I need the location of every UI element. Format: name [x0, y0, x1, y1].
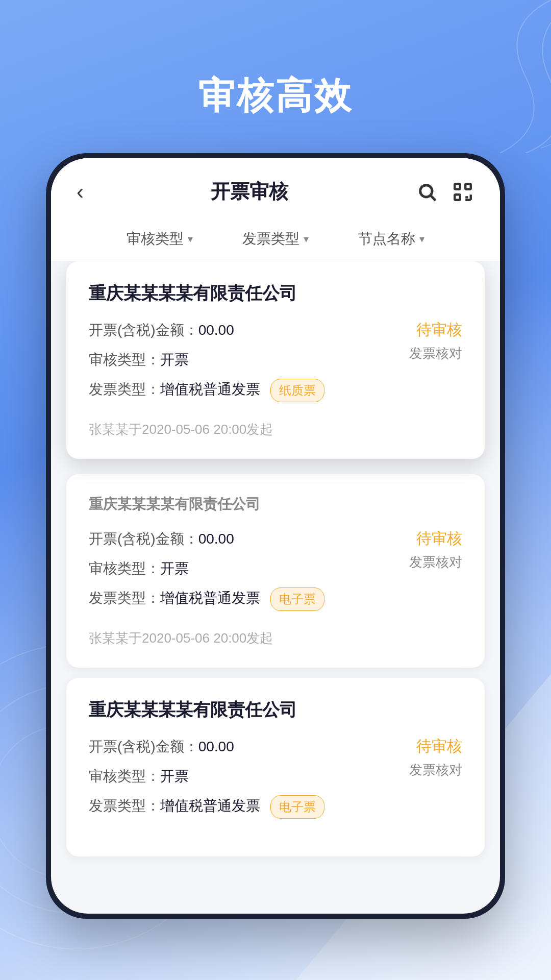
filter-invoice-type[interactable]: 发票类型 ▾: [218, 217, 334, 261]
svg-line-1: [431, 195, 436, 200]
card-3-status: 待审核: [409, 736, 462, 757]
card-2-status-sub: 发票核对: [409, 553, 462, 571]
invoice-card-3[interactable]: 重庆某某某某有限责任公司 开票(含税)金额：00.00 审核类型：开票 发票类型…: [66, 678, 485, 856]
phone-mockup: ‹ 开票审核: [46, 153, 505, 919]
card-3-badge: 电子票: [270, 795, 324, 819]
filter-node-name[interactable]: 节点名称 ▾: [333, 217, 449, 261]
svg-point-0: [420, 185, 432, 197]
invoice-card-1[interactable]: 重庆某某某某有限责任公司 开票(含税)金额：00.00 审核类型：开票 发票类型…: [66, 261, 485, 459]
card-2-left: 开票(含税)金额：00.00 审核类型：开票 发票类型：增值税普通发票 电子票: [89, 528, 409, 619]
card-1-time: 张某某于2020-05-06 20:00发起: [89, 421, 462, 438]
card-1-company: 重庆某某某某有限责任公司: [89, 282, 462, 305]
filter-audit-type-label: 审核类型: [127, 229, 184, 249]
card-2-company: 重庆某某某某有限责任公司: [89, 495, 462, 514]
card-2-invoice-type: 发票类型：增值税普通发票 电子票: [89, 587, 409, 611]
card-3-company: 重庆某某某某有限责任公司: [89, 698, 462, 722]
card-3-status-sub: 发票核对: [409, 761, 462, 779]
filter-audit-arrow: ▾: [188, 233, 193, 245]
svg-rect-4: [455, 194, 460, 200]
card-2-badge: 电子票: [270, 587, 324, 611]
card-1-right: 待审核 发票核对: [409, 320, 462, 362]
search-icon[interactable]: [415, 180, 439, 204]
svg-rect-2: [455, 184, 460, 189]
filter-node-name-label: 节点名称: [358, 229, 415, 249]
card-1-status-sub: 发票核对: [409, 345, 462, 362]
card-1-badge: 纸质票: [270, 379, 324, 402]
scan-icon[interactable]: [451, 180, 474, 204]
back-button[interactable]: ‹: [77, 180, 84, 204]
filter-node-arrow: ▾: [419, 233, 424, 245]
card-3-amount: 开票(含税)金额：00.00: [89, 736, 409, 757]
card-3-right: 待审核 发票核对: [409, 736, 462, 779]
card-1-status: 待审核: [409, 320, 462, 340]
filter-tabs: 审核类型 ▾ 发票类型 ▾ 节点名称 ▾: [77, 217, 474, 261]
scroll-content[interactable]: 重庆某某某某有限责任公司 开票(含税)金额：00.00 审核类型：开票 发票类型…: [51, 261, 500, 914]
page-title: 审核高效: [0, 71, 551, 120]
card-1-audit-type: 审核类型：开票: [89, 349, 409, 371]
app-header: ‹ 开票审核: [51, 158, 500, 261]
card-3-left: 开票(含税)金额：00.00 审核类型：开票 发票类型：增值税普通发票 电子票: [89, 736, 409, 827]
card-2-status: 待审核: [409, 528, 462, 549]
filter-audit-type[interactable]: 审核类型 ▾: [102, 217, 218, 261]
card-1-left: 开票(含税)金额：00.00 审核类型：开票 发票类型：增值税普通发票 纸质票: [89, 320, 409, 410]
card-2-time: 张某某于2020-05-06 20:00发起: [89, 629, 462, 647]
svg-rect-3: [465, 184, 471, 189]
card-2-right: 待审核 发票核对: [409, 528, 462, 571]
card-3-invoice-type: 发票类型：增值税普通发票 电子票: [89, 795, 409, 819]
header-title: 开票审核: [211, 179, 288, 205]
filter-invoice-arrow: ▾: [304, 233, 309, 245]
card-3-audit-type: 审核类型：开票: [89, 766, 409, 787]
card-1-invoice-type: 发票类型：增值税普通发票 纸质票: [89, 379, 409, 402]
card-2-audit-type: 审核类型：开票: [89, 558, 409, 579]
card-1-amount: 开票(含税)金额：00.00: [89, 320, 409, 341]
header-icons: [415, 180, 474, 204]
card-2-amount: 开票(含税)金额：00.00: [89, 528, 409, 550]
phone-screen: ‹ 开票审核: [51, 158, 500, 914]
filter-invoice-type-label: 发票类型: [242, 229, 299, 249]
invoice-card-2[interactable]: 重庆某某某某有限责任公司 开票(含税)金额：00.00 审核类型：开票 发票类型…: [66, 474, 485, 668]
